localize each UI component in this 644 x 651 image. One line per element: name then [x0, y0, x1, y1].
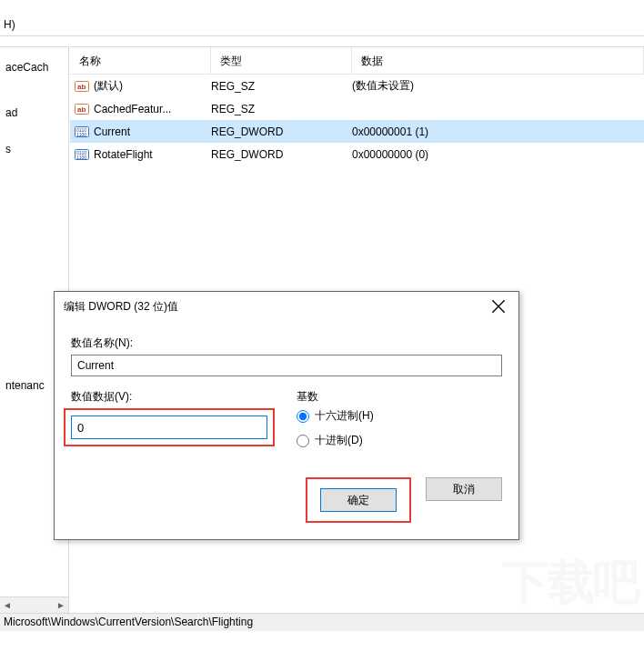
value-data-input[interactable]: [71, 416, 267, 439]
tree-item[interactable]: aceCach: [0, 58, 68, 76]
radio-dec-label: 十进制(D): [315, 433, 363, 448]
col-header-name[interactable]: 名称: [70, 47, 211, 74]
status-bar: Microsoft\Windows\CurrentVersion\Search\…: [0, 613, 644, 631]
svg-text:ab: ab: [77, 105, 86, 114]
menu-bar: H): [0, 0, 644, 36]
highlight-value-box: [64, 408, 275, 446]
radio-hex[interactable]: [297, 410, 309, 423]
row-type: REG_DWORD: [211, 125, 352, 138]
row-type: REG_SZ: [211, 103, 352, 115]
status-path: Microsoft\Windows\CurrentVersion\Search\…: [4, 616, 253, 628]
row-name: CachedFeatur...: [94, 103, 211, 115]
row-name: RotateFlight: [94, 148, 211, 161]
value-data-label: 数值数据(V):: [71, 389, 269, 405]
row-data: (数值未设置): [352, 78, 644, 94]
string-value-icon: ab: [70, 79, 94, 94]
list-header: 名称 类型 数据: [70, 47, 644, 75]
tree-item[interactable]: s: [0, 140, 68, 158]
highlight-ok-box: 确定: [306, 477, 411, 523]
row-name: (默认): [94, 78, 211, 94]
binary-value-icon: 01101100: [70, 125, 94, 139]
base-label: 基数: [297, 389, 502, 405]
tree-item[interactable]: ad: [0, 104, 68, 122]
radio-dec[interactable]: [297, 435, 309, 447]
edit-dword-dialog: 编辑 DWORD (32 位)值 数值名称(N): Current 数值数据(V…: [54, 291, 519, 540]
row-type: REG_SZ: [211, 80, 352, 93]
scroll-right-icon[interactable]: ►: [54, 600, 68, 610]
radio-hex-row[interactable]: 十六进制(H): [297, 408, 502, 424]
svg-text:1100: 1100: [76, 155, 86, 160]
ok-button[interactable]: 确定: [320, 488, 397, 512]
radio-dec-row[interactable]: 十进制(D): [297, 433, 502, 448]
row-data: 0x00000000 (0): [352, 148, 644, 161]
string-value-icon: ab: [70, 102, 94, 116]
svg-text:1100: 1100: [76, 132, 86, 137]
close-icon[interactable]: [480, 294, 517, 319]
table-row[interactable]: abCachedFeatur...REG_SZ: [70, 97, 644, 120]
row-type: REG_DWORD: [211, 148, 352, 161]
table-row[interactable]: 01101100CurrentREG_DWORD0x00000001 (1): [70, 120, 644, 143]
row-data: 0x00000001 (1): [352, 125, 644, 138]
value-name-field: Current: [71, 355, 502, 376]
tree-hscrollbar[interactable]: ◄ ►: [0, 596, 69, 613]
binary-value-icon: 01101100: [70, 147, 94, 162]
dialog-titlebar[interactable]: 编辑 DWORD (32 位)值: [55, 292, 518, 321]
cancel-button[interactable]: 取消: [426, 477, 502, 501]
table-row[interactable]: ab(默认)REG_SZ(数值未设置): [70, 75, 644, 97]
menu-help-key[interactable]: H): [4, 18, 15, 31]
row-name: Current: [94, 125, 211, 138]
col-header-data[interactable]: 数据: [352, 47, 644, 74]
value-name-label: 数值名称(N):: [71, 336, 502, 351]
svg-text:ab: ab: [77, 83, 86, 91]
radio-hex-label: 十六进制(H): [315, 408, 374, 424]
scroll-left-icon[interactable]: ◄: [0, 600, 15, 610]
col-header-type[interactable]: 类型: [211, 47, 352, 74]
table-row[interactable]: 01101100RotateFlightREG_DWORD0x00000000 …: [70, 143, 644, 165]
dialog-title: 编辑 DWORD (32 位)值: [64, 299, 178, 315]
